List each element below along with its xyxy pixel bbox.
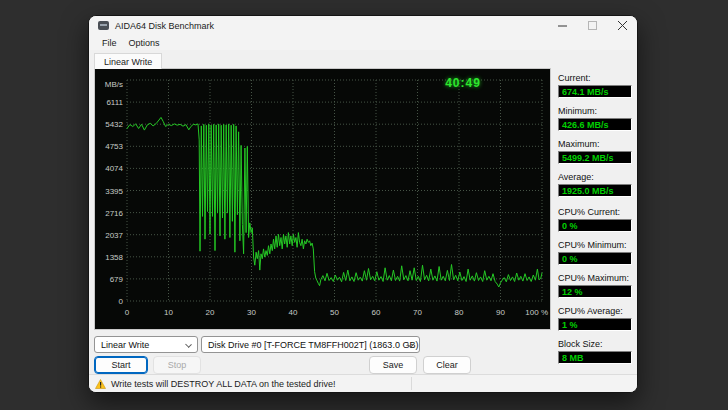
- y-tick-label: 679: [110, 275, 124, 284]
- x-tick-label: 10: [164, 308, 173, 317]
- stat-group: Minimum:426.6 MB/s: [558, 106, 632, 131]
- stat-value: 12 %: [558, 285, 632, 298]
- x-tick-label: 90: [496, 308, 505, 317]
- minimize-icon: [558, 21, 567, 30]
- save-button[interactable]: Save: [369, 356, 417, 374]
- window-title: AIDA64 Disk Benchmark: [115, 21, 214, 31]
- y-tick-label: 2037: [105, 231, 123, 240]
- y-tick-label: 4753: [105, 142, 123, 151]
- x-tick-label: 30: [247, 308, 256, 317]
- stat-group: CPU% Average:1 %: [558, 306, 632, 331]
- warning-icon: [95, 379, 106, 389]
- close-icon: [618, 21, 627, 30]
- warning-text: Write tests will DESTROY ALL DATA on the…: [111, 379, 336, 389]
- test-type-select[interactable]: Linear Write: [94, 336, 198, 353]
- stop-button[interactable]: Stop: [153, 356, 201, 374]
- y-tick-label: 5432: [105, 120, 123, 129]
- stat-group: Block Size:8 MB: [558, 339, 632, 364]
- stat-group: Average:1925.0 MB/s: [558, 172, 632, 197]
- stat-value: 426.6 MB/s: [558, 118, 632, 131]
- stats-panel: Current:674.1 MB/sMinimum:426.6 MB/sMaxi…: [558, 73, 632, 372]
- stat-group: Maximum:5499.2 MB/s: [558, 139, 632, 164]
- y-axis-title: MB/s: [105, 80, 123, 89]
- x-tick-label: 20: [206, 308, 215, 317]
- stat-value: 1925.0 MB/s: [558, 184, 632, 197]
- window-controls: [547, 16, 637, 35]
- x-tick-label: 80: [455, 308, 464, 317]
- title-bar: AIDA64 Disk Benchmark: [89, 16, 637, 35]
- stat-label: CPU% Current:: [558, 207, 632, 217]
- stat-group: CPU% Maximum:12 %: [558, 273, 632, 298]
- y-tick-label: 3395: [105, 187, 123, 196]
- minimize-button[interactable]: [547, 16, 577, 35]
- stat-group: Current:674.1 MB/s: [558, 73, 632, 98]
- benchmark-chart: MB/s611154324753407433952716203713586790…: [94, 68, 551, 330]
- status-bar: Write tests will DESTROY ALL DATA on the…: [89, 374, 637, 392]
- stat-label: Minimum:: [558, 106, 632, 116]
- stat-value: 5499.2 MB/s: [558, 151, 632, 164]
- start-button[interactable]: Start: [94, 356, 148, 374]
- y-tick-label: 0: [119, 297, 124, 306]
- stat-value: 674.1 MB/s: [558, 85, 632, 98]
- stat-label: CPU% Average:: [558, 306, 632, 316]
- elapsed-time: 40:49: [425, 76, 501, 90]
- aida64-app-icon: [98, 21, 109, 30]
- x-tick-label: 100 %: [525, 308, 548, 317]
- stat-label: Average:: [558, 172, 632, 182]
- tab-linear-write[interactable]: Linear Write: [94, 53, 162, 69]
- stat-value: 1 %: [558, 318, 632, 331]
- stat-value: 0 %: [558, 219, 632, 232]
- maximize-icon: [588, 21, 597, 30]
- stat-value: 0 %: [558, 252, 632, 265]
- stat-group: CPU% Current:0 %: [558, 207, 632, 232]
- clear-button[interactable]: Clear: [423, 356, 471, 374]
- stat-value: 8 MB: [558, 351, 632, 364]
- maximize-button[interactable]: [577, 16, 607, 35]
- y-tick-label: 1358: [105, 253, 123, 262]
- menu-options[interactable]: Options: [123, 37, 166, 49]
- stat-label: Current:: [558, 73, 632, 83]
- x-tick-label: 50: [330, 308, 339, 317]
- x-tick-label: 0: [125, 308, 130, 317]
- write-speed-line: [127, 117, 542, 287]
- disk-drive-select[interactable]: Disk Drive #0 [T-FORCE TM8FFH002T] (1863…: [201, 336, 420, 353]
- menu-file[interactable]: File: [96, 37, 123, 49]
- menu-bar: File Options: [89, 35, 637, 50]
- status-separator: [411, 377, 412, 390]
- aida64-disk-benchmark-window: AIDA64 Disk Benchmark File Options Linea…: [88, 15, 638, 393]
- chart-canvas: MB/s611154324753407433952716203713586790…: [95, 69, 550, 329]
- x-tick-label: 40: [289, 308, 298, 317]
- y-tick-label: 6111: [106, 98, 123, 107]
- y-tick-label: 4074: [105, 164, 123, 173]
- chevron-down-icon: [185, 341, 192, 348]
- stat-label: Block Size:: [558, 339, 632, 349]
- stat-label: CPU% Minimum:: [558, 240, 632, 250]
- stat-group: CPU% Minimum:0 %: [558, 240, 632, 265]
- x-tick-label: 70: [413, 308, 422, 317]
- close-button[interactable]: [607, 16, 637, 35]
- disk-drive-value: Disk Drive #0 [T-FORCE TM8FFH002T] (1863…: [208, 340, 418, 350]
- stat-label: CPU% Maximum:: [558, 273, 632, 283]
- test-type-value: Linear Write: [101, 340, 149, 350]
- y-tick-label: 2716: [105, 209, 123, 218]
- stat-label: Maximum:: [558, 139, 632, 149]
- x-tick-label: 60: [372, 308, 381, 317]
